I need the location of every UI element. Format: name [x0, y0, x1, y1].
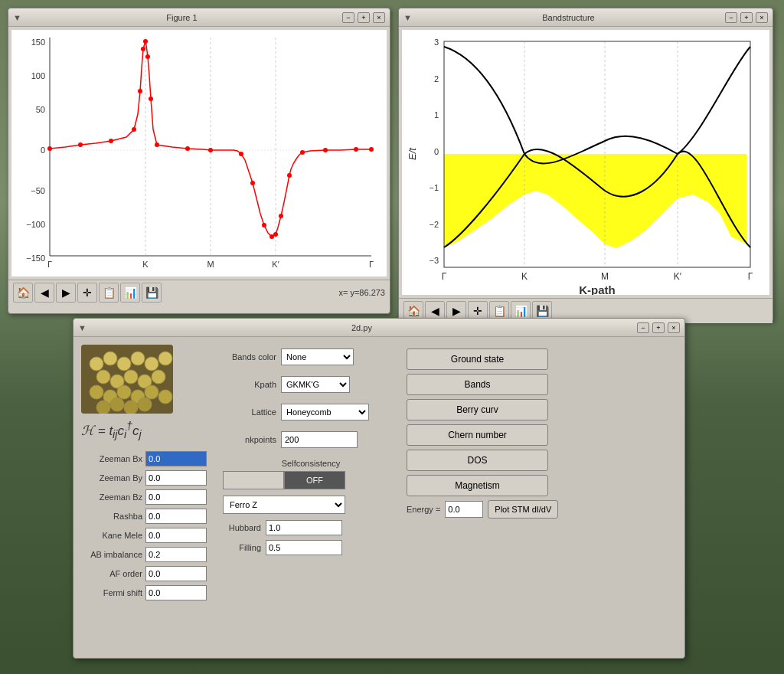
- plot-stm-button[interactable]: Plot STM dI/dV: [488, 500, 558, 519]
- svg-point-37: [287, 173, 292, 178]
- energy-row: Energy = Plot STM dI/dV: [407, 500, 677, 519]
- save-icon[interactable]: 💾: [142, 283, 162, 303]
- bandstructure-minimize[interactable]: −: [725, 12, 737, 23]
- zeeman-bx-input[interactable]: [145, 451, 207, 466]
- lattice-row: Lattice Honeycomb Square Triangular: [223, 404, 399, 420]
- lattice-select[interactable]: Honeycomb Square Triangular: [281, 404, 369, 420]
- main-maximize[interactable]: +: [652, 322, 665, 333]
- figure1-minimize[interactable]: −: [342, 12, 354, 23]
- hubbard-input[interactable]: [266, 520, 342, 535]
- svg-point-27: [149, 97, 153, 101]
- berry-curv-button[interactable]: Berry curv: [407, 399, 548, 420]
- nkpoints-row: nkpoints: [223, 431, 399, 448]
- svg-point-78: [145, 385, 158, 399]
- svg-text:−3: −3: [429, 256, 439, 265]
- sc-type-select[interactable]: Ferro Z Ferro X AF Z: [223, 496, 345, 514]
- zeeman-by-input[interactable]: [145, 470, 207, 486]
- kane-mele-label: Kane Mele: [81, 531, 142, 540]
- svg-text:3: 3: [434, 38, 439, 47]
- svg-rect-0: [11, 30, 385, 276]
- svg-text:Γ: Γ: [442, 271, 447, 282]
- svg-text:K′: K′: [272, 260, 279, 269]
- figure1-controls[interactable]: − + ×: [342, 12, 385, 23]
- svg-text:−2: −2: [429, 220, 439, 229]
- energy-input[interactable]: [445, 501, 483, 518]
- figure1-window: ▼ Figure 1 − + × 150 100 50 0 −50 −100 −…: [8, 8, 390, 314]
- rashba-label: Rashba: [81, 512, 142, 521]
- bands-color-select[interactable]: None Red Blue: [281, 348, 354, 365]
- rashba-input[interactable]: [145, 509, 207, 524]
- toggle-off-button[interactable]: OFF: [284, 471, 345, 489]
- fermi-shift-input[interactable]: [145, 585, 207, 600]
- main-controls[interactable]: − + ×: [637, 322, 680, 333]
- main-minimize[interactable]: −: [637, 322, 649, 333]
- svg-point-41: [369, 147, 374, 152]
- subplot-icon[interactable]: 📊: [120, 283, 140, 303]
- bandstructure-title: Bandstructure: [412, 13, 725, 22]
- filling-label: Filling: [223, 543, 261, 552]
- bandstructure-svg: 3 2 1 0 −1 −2 −3 E/t Γ K M K′ Γ K-path: [402, 30, 768, 295]
- right-column: Ground state Bands Berry curv Chern numb…: [407, 345, 677, 604]
- figure1-menu: ▼: [13, 13, 21, 22]
- zeeman-by-label: Zeeman By: [81, 473, 142, 483]
- bandstructure-maximize[interactable]: +: [740, 12, 753, 23]
- zeeman-bz-input[interactable]: [145, 489, 207, 505]
- svg-point-32: [250, 181, 255, 185]
- svg-point-22: [132, 127, 136, 132]
- ab-imbalance-row: AB imbalance: [81, 547, 215, 562]
- svg-point-19: [47, 146, 52, 151]
- figure1-titlebar: ▼ Figure 1 − + ×: [8, 8, 390, 27]
- svg-text:E/t: E/t: [407, 147, 418, 160]
- af-order-input[interactable]: [145, 566, 207, 581]
- zeeman-bx-label: Zeeman Bx: [81, 454, 142, 463]
- svg-point-25: [143, 39, 148, 44]
- svg-point-83: [138, 398, 152, 411]
- svg-point-33: [262, 223, 266, 227]
- bands-color-row: Bands color None Red Blue: [223, 348, 399, 365]
- ground-state-button[interactable]: Ground state: [407, 348, 548, 370]
- toggle-empty[interactable]: [223, 471, 284, 489]
- af-order-row: AF order: [81, 566, 215, 581]
- bandstructure-close[interactable]: ×: [756, 12, 768, 23]
- af-order-label: AF order: [81, 569, 142, 578]
- main-close[interactable]: ×: [668, 322, 680, 333]
- zeeman-bz-label: Zeeman Bz: [81, 492, 142, 502]
- zeeman-by-row: Zeeman By: [81, 470, 215, 486]
- svg-text:K-path: K-path: [579, 283, 616, 295]
- forward-icon[interactable]: ▶: [56, 283, 76, 303]
- hamiltonian-formula: ℋ = tijci†cj: [81, 420, 215, 440]
- svg-point-81: [110, 398, 124, 411]
- svg-text:−1: −1: [429, 183, 439, 192]
- nkpoints-label: nkpoints: [223, 435, 276, 444]
- bandstructure-menu: ▼: [403, 13, 412, 22]
- svg-point-39: [323, 148, 328, 152]
- pan-icon[interactable]: ✛: [77, 283, 97, 303]
- nkpoints-input[interactable]: [281, 431, 358, 448]
- svg-text:M: M: [601, 271, 609, 282]
- selfconsistency-label: Selfconsistency: [223, 459, 399, 468]
- back-icon[interactable]: ◀: [34, 283, 54, 303]
- main-titlebar: ▼ 2d.py − + ×: [74, 319, 684, 337]
- bandstructure-controls[interactable]: − + ×: [725, 12, 768, 23]
- magnetism-button[interactable]: Magnetism: [407, 475, 548, 496]
- chern-number-button[interactable]: Chern number: [407, 424, 548, 446]
- figure1-maximize[interactable]: +: [358, 12, 370, 23]
- filling-input[interactable]: [266, 540, 342, 555]
- bands-button[interactable]: Bands: [407, 374, 548, 395]
- edit-icon[interactable]: 📋: [99, 283, 119, 303]
- svg-text:K: K: [142, 260, 149, 269]
- svg-point-34: [270, 234, 274, 239]
- svg-text:−150: −150: [26, 254, 45, 263]
- svg-point-63: [90, 357, 103, 371]
- main-title: 2d.py: [87, 323, 637, 332]
- dos-button[interactable]: DOS: [407, 450, 548, 471]
- main-content: ℋ = tijci†cj Zeeman Bx Zeeman By Zeeman …: [74, 337, 684, 612]
- bandstructure-plot: 3 2 1 0 −1 −2 −3 E/t Γ K M K′ Γ K-path: [402, 30, 769, 295]
- honeycomb-svg: [81, 345, 173, 414]
- fermi-shift-row: Fermi shift: [81, 585, 215, 600]
- figure1-close[interactable]: ×: [373, 12, 385, 23]
- ab-imbalance-input[interactable]: [145, 547, 207, 562]
- home-icon[interactable]: 🏠: [13, 283, 33, 303]
- kane-mele-input[interactable]: [145, 528, 207, 543]
- kpath-select[interactable]: GKMK'G GM GK: [281, 376, 350, 393]
